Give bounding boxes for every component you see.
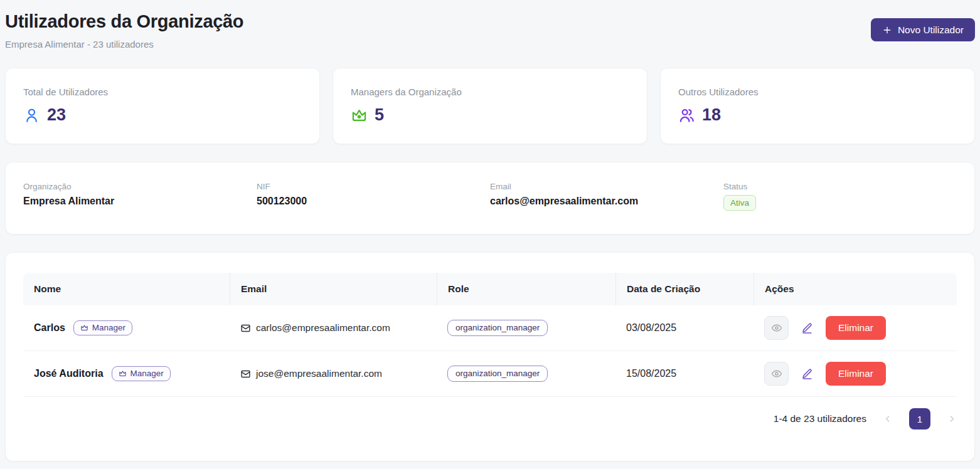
stat-label: Total de Utilizadores xyxy=(23,87,302,97)
table-row: José Auditoria Manager jose@empresaalime… xyxy=(23,351,957,397)
chevron-right-icon xyxy=(947,414,957,424)
pagination-summary: 1-4 de 23 utilizadores xyxy=(774,413,866,424)
page-1-button[interactable]: 1 xyxy=(909,408,930,429)
status-badge: Ativa xyxy=(723,195,756,211)
column-header-acoes: Ações xyxy=(754,273,957,305)
org-field-label: NIF xyxy=(257,182,490,191)
user-email: carlos@empresaalimentar.com xyxy=(256,322,390,334)
prev-page-button[interactable] xyxy=(883,414,893,424)
pencil-icon xyxy=(801,368,813,380)
page-title: Utilizadores da Organização xyxy=(5,11,243,32)
stat-label: Outros Utilizadores xyxy=(678,87,957,97)
user-name: José Auditoria xyxy=(34,368,104,379)
org-field-value: 500123000 xyxy=(257,196,490,207)
table-row: Carlos Manager carlos@empresaalimentar.c… xyxy=(23,305,957,351)
view-button[interactable] xyxy=(764,362,789,386)
column-header-email: Email xyxy=(230,273,437,305)
crown-icon xyxy=(119,369,127,377)
org-field-label: Organização xyxy=(23,182,257,191)
user-icon xyxy=(23,107,40,124)
next-page-button[interactable] xyxy=(947,414,957,424)
manager-badge-label: Manager xyxy=(92,323,125,332)
role-badge: organization_manager xyxy=(447,366,548,382)
edit-button[interactable] xyxy=(801,368,813,380)
edit-button[interactable] xyxy=(801,322,813,334)
manager-badge-label: Manager xyxy=(130,369,164,378)
new-user-button-label: Novo Utilizador xyxy=(898,24,964,36)
stat-card-managers: Managers da Organização 5 xyxy=(333,68,647,144)
org-field-email: Email carlos@empresaalimentar.com xyxy=(490,182,723,211)
stats-row: Total de Utilizadores 23 Managers da Org… xyxy=(5,68,975,144)
stat-value: 23 xyxy=(47,105,66,125)
creation-date: 15/08/2025 xyxy=(615,368,754,379)
org-field-nif: NIF 500123000 xyxy=(257,182,490,211)
crown-icon xyxy=(80,324,88,332)
stat-card-total: Total de Utilizadores 23 xyxy=(5,68,320,144)
new-user-button[interactable]: Novo Utilizador xyxy=(871,18,975,41)
mail-icon xyxy=(240,323,251,334)
users-table-card: Nome Email Role Data de Criação Ações Ca… xyxy=(5,252,975,461)
plus-icon xyxy=(882,25,892,35)
org-info-card: Organização Empresa Alimentar NIF 500123… xyxy=(5,162,975,234)
column-header-role: Role xyxy=(437,273,615,305)
view-button[interactable] xyxy=(764,316,789,340)
page-container: Utilizadores da Organização Empresa Alim… xyxy=(0,0,980,466)
role-badge: organization_manager xyxy=(447,320,548,336)
column-header-data: Data de Criação xyxy=(615,273,754,305)
eye-icon xyxy=(771,322,782,334)
user-name: Carlos xyxy=(34,322,65,334)
page-subtitle: Empresa Alimentar - 23 utilizadores xyxy=(5,39,243,50)
manager-badge: Manager xyxy=(73,320,132,335)
org-field-value: carlos@empresaalimentar.com xyxy=(490,196,723,207)
org-field-status: Status Ativa xyxy=(723,182,957,211)
delete-button[interactable]: Eliminar xyxy=(826,316,886,340)
pagination: 1-4 de 23 utilizadores 1 xyxy=(23,408,957,429)
stat-card-others: Outros Utilizadores 18 xyxy=(660,68,975,144)
header-titles: Utilizadores da Organização Empresa Alim… xyxy=(5,11,243,50)
mail-icon xyxy=(240,369,251,379)
org-field-label: Email xyxy=(490,182,723,191)
manager-badge: Manager xyxy=(112,366,171,381)
column-header-nome: Nome xyxy=(23,283,230,295)
delete-button[interactable]: Eliminar xyxy=(826,362,886,386)
eye-icon xyxy=(771,368,782,379)
stat-value: 5 xyxy=(375,105,384,125)
org-field-value: Empresa Alimentar xyxy=(23,196,257,207)
pencil-icon xyxy=(801,322,813,334)
table-header: Nome Email Role Data de Criação Ações xyxy=(23,273,957,305)
crown-icon xyxy=(351,107,368,124)
page-header: Utilizadores da Organização Empresa Alim… xyxy=(5,11,975,50)
chevron-left-icon xyxy=(883,414,893,424)
org-field-organizacao: Organização Empresa Alimentar xyxy=(23,182,257,211)
user-email: jose@empresaalimentar.com xyxy=(256,368,382,379)
users-icon xyxy=(678,107,695,124)
org-field-label: Status xyxy=(723,182,957,191)
stat-label: Managers da Organização xyxy=(351,87,629,97)
stat-value: 18 xyxy=(702,105,721,125)
creation-date: 03/08/2025 xyxy=(615,322,754,334)
